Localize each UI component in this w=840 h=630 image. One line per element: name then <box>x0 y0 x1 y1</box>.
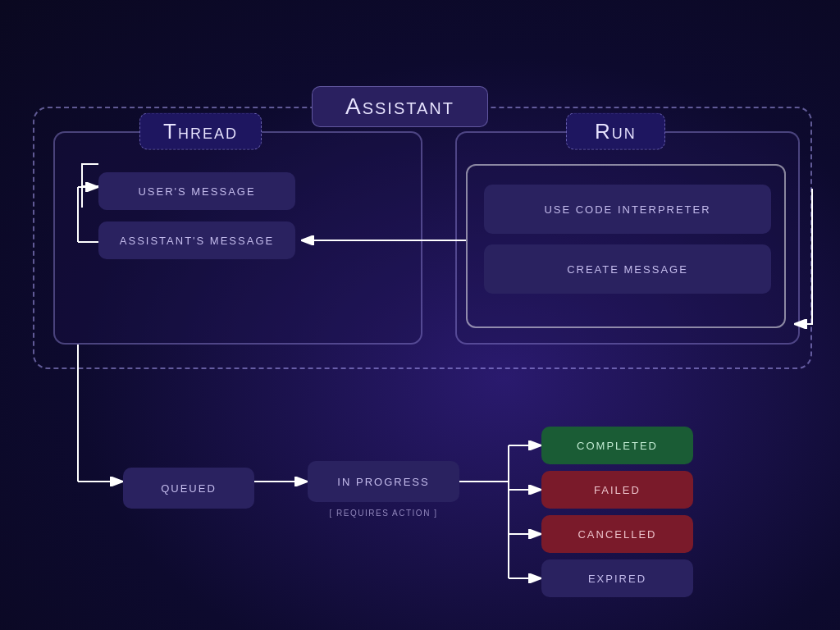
assistants-message-box: ASSISTANT'S MESSAGE <box>98 221 295 259</box>
completed-box: COMPLETED <box>541 427 693 464</box>
run-label: Run <box>566 113 665 150</box>
users-message-box: USER'S MESSAGE <box>98 172 295 210</box>
expired-box: EXPIRED <box>541 559 693 597</box>
use-code-interpreter-box: USE CODE INTERPRETER <box>484 185 771 234</box>
queued-box: QUEUED <box>123 468 254 509</box>
create-message-box: CREATE MESSAGE <box>484 244 771 294</box>
diagram-root: Assistant Thread Run USER'S MESSAGE ASSI… <box>0 0 840 630</box>
requires-action-label: [ REQUIRES ACTION ] <box>308 509 459 518</box>
in-progress-box: IN PROGRESS <box>308 461 459 502</box>
failed-box: FAILED <box>541 471 693 509</box>
assistant-label: Assistant <box>312 86 488 127</box>
thread-label: Thread <box>139 113 262 150</box>
cancelled-box: CANCELLED <box>541 515 693 553</box>
